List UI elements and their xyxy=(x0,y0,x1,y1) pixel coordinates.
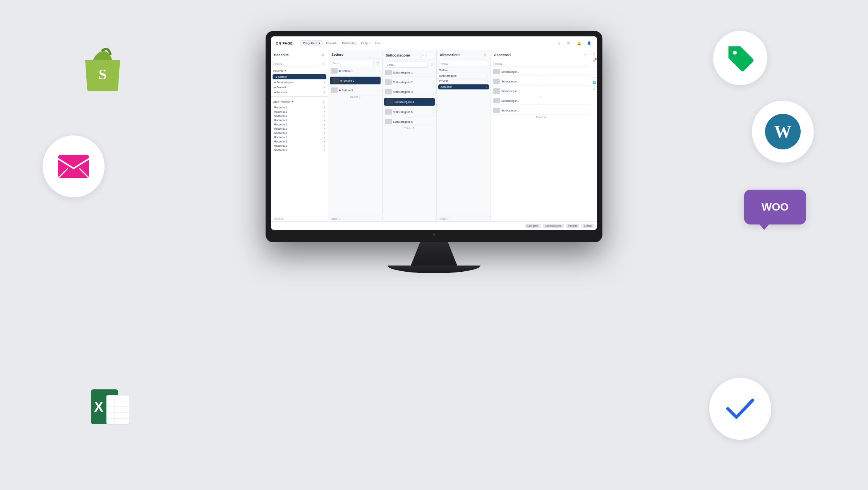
checkmark-icon xyxy=(709,378,771,440)
nav-publishing[interactable]: Publishing xyxy=(342,41,357,45)
monitor: ON PAGE· Progetto X ▾ Frasario Publishin… xyxy=(266,31,602,273)
dots-sotto-btn[interactable]: ⋯ xyxy=(428,53,433,58)
settore-chevron-2: › xyxy=(377,79,378,82)
sotto-body: Sottocategoria 1 › — Sottocategoria 2 › … xyxy=(383,69,436,221)
altre-section: Altre Raccolte ▾ + xyxy=(271,98,328,105)
sotto-chev-6: › xyxy=(433,120,434,123)
svg-text:X: X xyxy=(94,399,103,415)
monitor-stand-neck xyxy=(411,242,457,266)
settore-filter[interactable]: ▽ xyxy=(375,61,380,65)
raccolta-item-11[interactable]: Raccolta 1› xyxy=(271,148,328,152)
dir-search-wrap xyxy=(439,61,488,67)
raccolta-item-6[interactable]: Raccolta 1› xyxy=(271,127,328,131)
status-categoria: Categoria xyxy=(525,224,540,228)
strip-icon-1[interactable]: ⊡ xyxy=(592,52,597,57)
sotto-thumb-5 xyxy=(385,109,392,115)
settore-search[interactable] xyxy=(331,60,374,66)
settore-search-wrap xyxy=(331,60,374,66)
strip-icon-5[interactable]: ⊡ xyxy=(592,86,597,91)
user-icon[interactable]: 👤 xyxy=(585,40,592,47)
acc-search-wrap xyxy=(493,61,588,67)
raccolte-search-wrap xyxy=(273,61,319,67)
dir-row-settore[interactable]: Settore › xyxy=(437,68,491,73)
raccolte-filter-btn[interactable]: ▽ xyxy=(321,62,326,66)
settore-thumb-3 xyxy=(331,87,338,93)
dir-row-accessori[interactable]: Accessori › xyxy=(438,84,489,90)
filter-icon[interactable]: ⊞ xyxy=(320,53,325,57)
raccolta-item-4[interactable]: Raccolta 1› xyxy=(271,118,328,122)
raccolta-item-2[interactable]: Raccolta 1› xyxy=(271,110,328,114)
svg-text:W: W xyxy=(774,122,791,141)
settore-row-3[interactable]: Settore 3 › xyxy=(328,86,382,94)
strip-icon-globe[interactable]: 🌐 xyxy=(592,80,597,85)
svg-text:S: S xyxy=(98,66,106,82)
sotto-search[interactable] xyxy=(385,62,428,68)
settore-label: ● Settore xyxy=(276,75,287,78)
settore-dot-1 xyxy=(339,70,341,72)
accessori-main: Accessori ▽ Sotto xyxy=(491,50,591,221)
dir-row-sotto[interactable]: Sottocategorie › xyxy=(437,73,491,79)
dir-search[interactable] xyxy=(439,61,488,67)
acc-thumb-2 xyxy=(493,79,500,84)
excel-icon: X xyxy=(85,385,136,436)
sotto-thumb-4 xyxy=(386,99,393,105)
nav-output[interactable]: Output xyxy=(361,41,370,45)
raccolte-body: Preferite ▾ ● Settore › ● Sottocategorie… xyxy=(271,68,328,216)
prodotti-item[interactable]: ● Prodotti › xyxy=(271,85,328,90)
acc-name-4: Sottocategor... xyxy=(501,99,588,102)
raccolta-item-3[interactable]: Raccolta 1› xyxy=(271,114,328,118)
dir-prodotti-chev: › xyxy=(487,80,488,82)
acc-search[interactable] xyxy=(493,61,588,67)
status-prodotti: Prodotti xyxy=(566,224,579,228)
accessori-title: Accessori xyxy=(494,53,511,57)
strip-icon-4[interactable]: ↓ xyxy=(592,70,597,75)
settore-item[interactable]: ● Settore › xyxy=(273,74,326,79)
diramazioni-filter[interactable]: ▽ xyxy=(483,53,487,57)
project-dropdown[interactable]: Progetto X ▾ xyxy=(300,40,323,46)
accessori-filter[interactable]: ▽ xyxy=(583,53,588,57)
raccolta-item-10[interactable]: Raccolta 1› xyxy=(271,144,328,148)
raccolta-item-5[interactable]: Raccolta 1› xyxy=(271,122,328,127)
divider-1 xyxy=(271,96,328,97)
raccolta-item-7[interactable]: Raccolta 1› xyxy=(271,131,328,135)
raccolta-item-8[interactable]: Raccolta 1› xyxy=(271,135,328,139)
sotto-filter[interactable]: ▽ xyxy=(429,62,434,67)
settore-footer: Totale: 3 xyxy=(328,216,382,221)
accessori-item[interactable]: ● Accessori › xyxy=(271,90,328,95)
raccolta-item-1[interactable]: Raccolta 1› xyxy=(271,105,328,110)
raccolta-item-9[interactable]: Raccolta 1› xyxy=(271,139,328,144)
strip-icon-2[interactable]: ⊞ xyxy=(592,58,597,63)
strip-icon-3[interactable]: ≡ xyxy=(592,64,597,69)
raccolte-footer: Totale: 63 xyxy=(271,216,328,221)
tag-icon xyxy=(713,31,767,85)
dir-row-prodotti[interactable]: Prodotti › xyxy=(437,79,491,84)
settore-body: Settore 1 › — Settore 2 › — xyxy=(328,67,382,216)
sottocategorie-item[interactable]: ● Sottocategorie › xyxy=(271,80,328,85)
prodotti-arrow: › xyxy=(324,86,325,89)
sotto-name-1: Sottocategoria 1 xyxy=(393,71,432,74)
settore-dot-2 xyxy=(340,80,342,82)
email-icon xyxy=(43,135,105,197)
monitor-stand-base xyxy=(388,266,480,273)
nav-help[interactable]: Help xyxy=(375,41,381,45)
add-sotto-btn[interactable]: + xyxy=(421,53,427,58)
settore-row-2[interactable]: Settore 2 › xyxy=(330,77,381,85)
dir-settore-chev: › xyxy=(487,69,488,72)
acc-body: Sottocategor... — Sottocategor... — xyxy=(491,68,591,221)
sottocategorie-tools: + ⋯ xyxy=(421,53,433,58)
refresh-icon[interactable]: ↻ xyxy=(565,40,572,47)
nuova-settore: Nuova 3 xyxy=(328,94,382,99)
settore-header: Settore xyxy=(328,50,382,58)
sotto-row-6[interactable]: Sottocategoria 6 › xyxy=(383,118,436,126)
settore-panel: Settore ▽ xyxy=(328,50,383,221)
nav-frasario[interactable]: Frasario xyxy=(326,41,337,45)
add-raccolta-btn[interactable]: + xyxy=(321,99,326,104)
sottocategorie-panel: Sottocategorie + ⋯ ▽ xyxy=(383,50,437,221)
dir-sotto: Sottocategorie xyxy=(439,74,487,77)
raccolte-search[interactable] xyxy=(273,61,319,67)
info-icon[interactable]: ℹ xyxy=(555,40,562,47)
dir-footer: Totale: 4 xyxy=(437,216,491,221)
bell-icon[interactable]: 🔔 xyxy=(575,40,582,47)
sotto-row-4[interactable]: Sottocategoria 4 › xyxy=(384,98,435,106)
acc-row-5[interactable]: Sottocategor... xyxy=(491,106,591,115)
